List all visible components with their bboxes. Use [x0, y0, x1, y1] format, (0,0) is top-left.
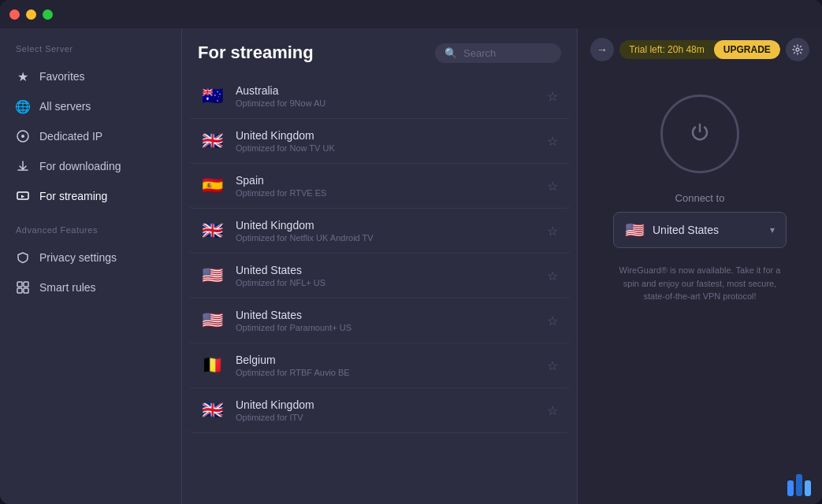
server-name-7: United Kingdom — [236, 398, 544, 411]
search-box[interactable]: 🔍 — [435, 43, 561, 63]
server-sub-6: Optimized for RTBF Auvio BE — [236, 368, 544, 377]
shield-icon — [16, 250, 30, 265]
sidebar-item-all-servers[interactable]: 🌐 All servers — [0, 91, 181, 121]
sidebar-item-for-downloading[interactable]: For downloading — [0, 151, 181, 181]
server-item-7[interactable]: 🇬🇧 United Kingdom Optimized for ITV ☆ — [188, 388, 571, 433]
connect-dropdown[interactable]: 🇺🇸 United States ▾ — [613, 212, 787, 248]
server-name-5: United States — [236, 309, 544, 321]
server-item-4[interactable]: 🇺🇸 United States Optimized for NFL+ US ☆ — [188, 254, 571, 298]
server-info-0: Australia Optimized for 9Now AU — [236, 84, 544, 108]
minimize-button[interactable] — [26, 9, 36, 20]
flag-australia: 🇦🇺 — [198, 82, 226, 110]
select-server-label: Select Server — [0, 44, 181, 61]
server-name-3: United Kingdom — [236, 219, 544, 232]
right-panel-topbar: → Trial left: 20h 48m UPGRADE — [578, 28, 822, 71]
selected-country-name: United States — [653, 224, 719, 236]
sidebar-item-dedicated-ip[interactable]: Dedicated IP — [0, 121, 181, 151]
logo-bar-3 — [805, 480, 811, 496]
server-info-6: Belgium Optimized for RTBF Auvio BE — [236, 354, 544, 377]
svg-rect-3 — [17, 282, 22, 287]
back-button[interactable]: → — [590, 38, 614, 61]
favorite-icon-6[interactable]: ☆ — [544, 355, 561, 376]
chevron-down-icon: ▾ — [770, 224, 775, 235]
svg-point-7 — [796, 48, 799, 51]
server-name-4: United States — [236, 264, 544, 276]
server-panel: For streaming 🔍 🇦🇺 Australia Optimized f… — [181, 28, 578, 504]
server-sub-7: Optimized for ITV — [236, 413, 544, 422]
server-info-4: United States Optimized for NFL+ US — [236, 264, 544, 287]
server-panel-title: For streaming — [198, 43, 314, 63]
server-list: 🇦🇺 Australia Optimized for 9Now AU ☆ 🇬🇧 … — [182, 74, 577, 504]
wireguard-notice: WireGuard® is now available. Take it for… — [593, 248, 806, 311]
sidebar-item-favorites[interactable]: ★ Favorites — [0, 61, 181, 91]
favorite-icon-2[interactable]: ☆ — [544, 176, 561, 197]
sidebar-item-smart-rules-label: Smart rules — [39, 281, 96, 294]
server-sub-4: Optimized for NFL+ US — [236, 278, 544, 287]
sidebar-item-dedicated-ip-label: Dedicated IP — [39, 130, 102, 143]
logo-bar-2 — [796, 474, 802, 496]
server-info-1: United Kingdom Optimized for Now TV UK — [236, 129, 544, 153]
server-item-0[interactable]: 🇦🇺 Australia Optimized for 9Now AU ☆ — [188, 74, 571, 119]
favorite-icon-3[interactable]: ☆ — [544, 220, 561, 242]
sidebar-item-privacy-settings[interactable]: Privacy settings — [0, 243, 181, 272]
flag-us-5: 🇺🇸 — [198, 306, 226, 335]
maximize-button[interactable] — [43, 9, 53, 20]
close-button[interactable] — [9, 9, 20, 20]
favorite-icon-1[interactable]: ☆ — [544, 131, 561, 152]
svg-point-1 — [21, 135, 24, 138]
search-icon: 🔍 — [444, 47, 457, 59]
sidebar-item-for-streaming[interactable]: For streaming — [0, 181, 181, 211]
server-item-3[interactable]: 🇬🇧 United Kingdom Optimized for Netflix … — [188, 209, 571, 254]
server-name-0: Australia — [236, 84, 544, 97]
trial-text: Trial left: 20h 48m — [619, 40, 714, 59]
server-info-2: Spain Optimized for RTVE ES — [236, 174, 544, 198]
star-icon: ★ — [16, 69, 30, 83]
power-section: Connect to 🇺🇸 United States ▾ WireGuard®… — [578, 71, 822, 504]
streaming-icon — [16, 189, 30, 203]
favorite-icon-4[interactable]: ☆ — [544, 265, 561, 287]
app-window: Select Server ★ Favorites 🌐 All servers … — [0, 0, 822, 504]
server-sub-1: Optimized for Now TV UK — [236, 143, 544, 153]
advanced-features-label: Advanced Features — [0, 225, 181, 243]
sidebar-item-for-downloading-label: For downloading — [39, 160, 121, 172]
download-icon — [16, 159, 30, 173]
sidebar-item-favorites-label: Favorites — [39, 70, 85, 83]
favorite-icon-0[interactable]: ☆ — [544, 86, 561, 107]
main-content: Select Server ★ Favorites 🌐 All servers … — [0, 28, 822, 504]
server-name-1: United Kingdom — [236, 129, 544, 142]
server-name-2: Spain — [236, 174, 544, 187]
server-item-2[interactable]: 🇪🇸 Spain Optimized for RTVE ES ☆ — [188, 164, 571, 209]
smart-rules-icon — [16, 280, 30, 295]
server-item-1[interactable]: 🇬🇧 United Kingdom Optimized for Now TV U… — [188, 119, 571, 164]
server-sub-2: Optimized for RTVE ES — [236, 188, 544, 198]
server-name-6: Belgium — [236, 354, 544, 366]
sidebar: Select Server ★ Favorites 🌐 All servers … — [0, 28, 181, 504]
favorite-icon-5[interactable]: ☆ — [544, 310, 561, 332]
svg-rect-6 — [24, 288, 28, 293]
server-item-6[interactable]: 🇧🇪 Belgium Optimized for RTBF Auvio BE ☆ — [188, 343, 571, 388]
server-sub-0: Optimized for 9Now AU — [236, 98, 544, 108]
svg-rect-4 — [24, 282, 28, 287]
upgrade-button[interactable]: UPGRADE — [714, 40, 780, 59]
server-item-5[interactable]: 🇺🇸 United States Optimized for Paramount… — [188, 298, 571, 343]
flag-uk-3: 🇬🇧 — [198, 217, 226, 245]
favorite-icon-7[interactable]: ☆ — [544, 400, 561, 421]
flag-uk-7: 🇬🇧 — [198, 396, 226, 424]
server-sub-5: Optimized for Paramount+ US — [236, 323, 544, 332]
power-ring[interactable] — [660, 94, 739, 173]
sidebar-item-for-streaming-label: For streaming — [39, 190, 107, 202]
server-info-5: United States Optimized for Paramount+ U… — [236, 309, 544, 332]
dedicated-ip-icon — [16, 129, 30, 143]
connect-to-label: Connect to — [675, 192, 725, 204]
flag-spain: 🇪🇸 — [198, 172, 226, 200]
flag-uk-1: 🇬🇧 — [198, 127, 226, 155]
titlebar — [0, 0, 822, 28]
flag-us-4: 🇺🇸 — [198, 261, 226, 290]
power-icon — [688, 120, 712, 149]
svg-rect-5 — [17, 288, 22, 293]
server-info-3: United Kingdom Optimized for Netflix UK … — [236, 219, 544, 243]
sidebar-item-smart-rules[interactable]: Smart rules — [0, 272, 181, 302]
search-input[interactable] — [463, 47, 552, 59]
settings-button[interactable] — [786, 38, 809, 61]
app-logo — [787, 474, 811, 496]
